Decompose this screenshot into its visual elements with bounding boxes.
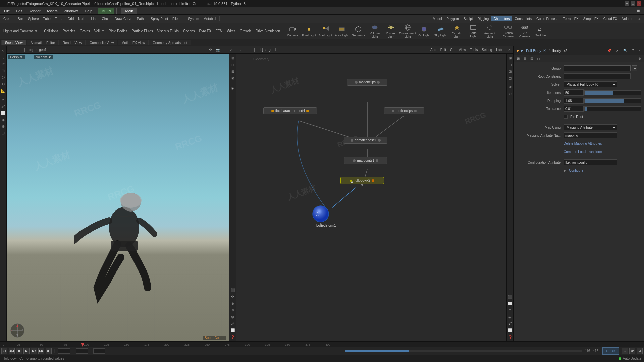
pin-root-checkbox[interactable] xyxy=(564,115,568,119)
vp-tool-3[interactable]: ⊟ xyxy=(230,68,236,74)
viewport-settings-btn[interactable]: ⚙ xyxy=(207,48,214,52)
camera-dropdown[interactable]: No cam ▼ xyxy=(34,55,53,59)
node-labs-menu[interactable]: Labs xyxy=(494,48,505,52)
paint-tool[interactable]: ⊡ xyxy=(0,130,6,136)
node-tools-menu[interactable]: Tools xyxy=(468,48,479,52)
node-edit-menu[interactable]: Edit xyxy=(439,48,448,52)
menu-edit[interactable]: Edit xyxy=(13,8,25,14)
oceans-tab[interactable]: Oceans xyxy=(181,28,197,34)
vp-tool-14[interactable]: ❓ xyxy=(230,334,236,340)
node-tool-4[interactable]: ◻ xyxy=(507,75,513,81)
node-motionclips2[interactable]: motionclips xyxy=(384,107,424,114)
props-expand-btn[interactable]: ⤢ xyxy=(614,48,620,53)
solver-select[interactable]: Physical Full Body IK xyxy=(564,81,617,87)
node-tool-10[interactable]: ◎ xyxy=(507,314,513,320)
node-tool-11[interactable]: 🖊 xyxy=(507,320,513,326)
viewport-camera-btn[interactable]: 📷 xyxy=(214,48,222,52)
switcher-tool[interactable]: ⇄ Switcher xyxy=(533,24,549,39)
handle-tool[interactable]: ⚙ xyxy=(0,81,6,87)
viscous-fluids-tab[interactable]: Viscous Fluids xyxy=(155,28,181,34)
torus-btn[interactable]: Torus xyxy=(53,16,65,21)
geometry-tool[interactable]: Geometry xyxy=(350,24,366,39)
sphere-btn[interactable]: Sphere xyxy=(26,16,41,21)
viewport-back-btn[interactable]: ← xyxy=(8,48,15,52)
perspective-dropdown[interactable]: Persp ▼ xyxy=(8,55,25,59)
select-tool[interactable]: ↖ xyxy=(0,48,6,54)
node-back-btn[interactable]: ← xyxy=(238,48,245,52)
viewport-expand-btn[interactable]: ⤢ xyxy=(228,48,234,52)
group-input[interactable] xyxy=(564,65,631,71)
circle-btn[interactable]: Circle xyxy=(100,16,112,21)
constraints-tab[interactable]: Constraints xyxy=(513,16,534,21)
mapping-attr-input[interactable] xyxy=(564,132,617,138)
node-go-menu[interactable]: Go xyxy=(448,48,456,52)
spot-light-tool[interactable]: Spot Light xyxy=(317,24,333,39)
joint-tool[interactable]: ⬜ xyxy=(0,110,6,116)
loop-btn[interactable]: ⟳ xyxy=(629,348,635,354)
props-arrow-btn[interactable]: › xyxy=(637,48,641,53)
collisions-tab[interactable]: Collisions xyxy=(42,28,60,34)
camera-tool[interactable]: Camera xyxy=(284,24,301,39)
node-view-menu[interactable]: View xyxy=(457,48,468,52)
particle-fluids-tab[interactable]: Particle Fluids xyxy=(130,28,155,34)
model-tab[interactable]: Model xyxy=(431,16,444,21)
node-tool-5[interactable]: ⊕ xyxy=(507,84,513,90)
node-tool-2[interactable]: ⊟ xyxy=(507,62,513,68)
build-button[interactable]: Build xyxy=(98,8,114,14)
node-bonedeform1[interactable]: ⬡ xyxy=(312,205,329,223)
map-using-select[interactable]: Mapping Attribute xyxy=(564,124,617,130)
tl-start-btn[interactable]: ⏮ xyxy=(1,348,7,354)
tab-scene-view[interactable]: Scene View xyxy=(1,40,26,45)
iterations-input[interactable] xyxy=(564,89,584,96)
props-search-btn[interactable]: 🔍 xyxy=(622,48,629,53)
props-toolbar-btn4[interactable]: ◻ xyxy=(535,56,541,61)
box-btn[interactable]: Box xyxy=(16,16,25,21)
menu-render[interactable]: Render xyxy=(26,8,43,14)
polygon-tab[interactable]: Polygon xyxy=(445,16,461,21)
node-tool-12[interactable]: ⬜ xyxy=(507,327,513,333)
bone-tool[interactable]: ◈ xyxy=(0,117,6,123)
add-tab-button[interactable]: + xyxy=(191,39,198,46)
vp-tool-7[interactable]: ⬛ xyxy=(230,287,236,293)
tab-composite-view[interactable]: Composite View xyxy=(86,40,117,45)
scale-tool[interactable]: ⊞ xyxy=(0,68,6,74)
vp-tool-8[interactable]: ⚙ xyxy=(230,294,236,300)
spray-paint-btn[interactable]: Spray Paint xyxy=(149,16,170,21)
crowds-tab[interactable]: Crowds xyxy=(238,28,253,34)
cloud-fx-tab[interactable]: Cloud FX xyxy=(601,16,620,21)
node-tool-13[interactable]: ❓ xyxy=(507,334,513,340)
root-constraint-input[interactable] xyxy=(564,73,631,79)
vp-tool-1[interactable]: ⊞ xyxy=(230,55,236,61)
node-expand-btn[interactable]: ⤢ xyxy=(506,48,512,52)
compute-local-link[interactable]: Compute Local Transform xyxy=(564,150,602,154)
particles-tab[interactable]: Particles xyxy=(61,28,77,34)
rotate-tool[interactable]: ⟳ xyxy=(0,61,6,67)
area-light-tool[interactable]: Area Light xyxy=(334,24,350,39)
node-motionclips1[interactable]: motionclips xyxy=(347,79,387,86)
terrain-fx-tab[interactable]: Terrain FX xyxy=(561,16,581,21)
gl-light-tool[interactable]: GL Light xyxy=(416,24,432,39)
current-frame-input[interactable]: 114 xyxy=(58,348,70,354)
portal-light-tool[interactable]: Portal Light xyxy=(465,24,481,39)
node-fbxcharacterimport4[interactable]: fbxcharacterimport4 xyxy=(263,107,317,114)
geo1-context[interactable]: geo1 xyxy=(37,48,48,52)
minimize-button[interactable]: ─ xyxy=(625,1,629,6)
rigging-tab[interactable]: Rigging xyxy=(476,16,491,21)
obj-context[interactable]: obj xyxy=(27,48,35,52)
props-toolbar-btn1[interactable]: ⊞ xyxy=(515,56,521,61)
null-btn[interactable]: Null xyxy=(76,16,86,21)
inspect-tool[interactable]: 📐 xyxy=(0,88,6,94)
node-setting-menu[interactable]: Setting xyxy=(480,48,494,52)
node-tool-6[interactable]: ⊖ xyxy=(507,90,513,97)
node-tool-7[interactable]: ⬛ xyxy=(507,294,513,300)
props-collapse-btn[interactable]: ⊖ xyxy=(637,56,643,61)
characters-tab[interactable]: Characters xyxy=(491,16,512,21)
node-tool-3[interactable]: ⊡ xyxy=(507,68,513,74)
volume-light-tool[interactable]: Volume Light xyxy=(367,24,383,39)
pyro-fx-tab[interactable]: Pyro FX xyxy=(197,28,213,34)
transform-tool[interactable]: ⬡ xyxy=(0,74,6,80)
damping-slider[interactable] xyxy=(584,98,641,103)
simple-fx-tab[interactable]: Simple FX xyxy=(581,16,601,21)
viewport-forward-btn[interactable]: → xyxy=(15,48,22,52)
metaball-btn[interactable]: Metaball xyxy=(201,16,218,21)
